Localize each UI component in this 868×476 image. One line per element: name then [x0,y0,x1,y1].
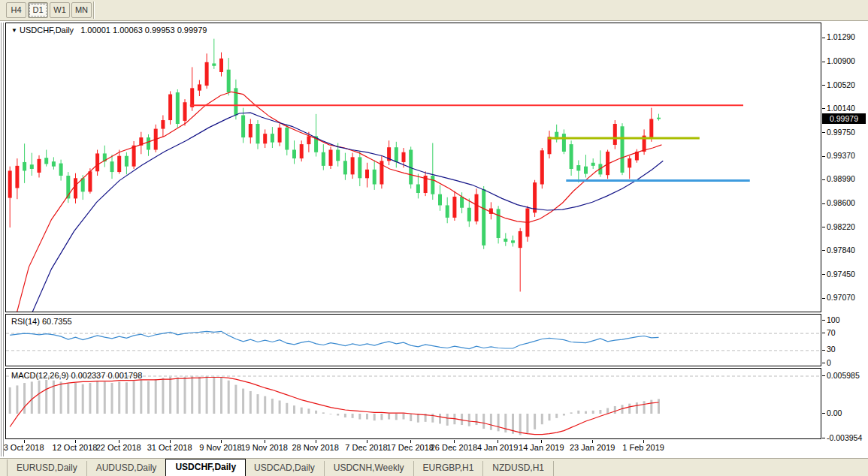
main-price-panel[interactable]: ▼ USDCHF,Daily 1.00001 1.00063 0.99953 0… [5,23,821,312]
toolbar-separator [93,2,95,19]
macd-histogram-bar [16,385,18,414]
macd-histogram-bar [111,383,113,414]
candle-body-10-05 [38,159,41,173]
date-axis-label: 28 Nov 2018 [292,443,338,452]
macd-histogram-bar [592,411,594,414]
candle-body-01-18 [570,144,573,169]
candle-body-02-04 [649,119,653,137]
macd-histogram-bar [570,412,573,414]
rsi-axis-label: 100 [827,315,840,325]
macd-histogram-bar [431,414,434,423]
macd-histogram-bar [220,378,222,414]
candle-body-01-14 [540,150,544,184]
chart-tab-NZDUSD-H1[interactable]: NZDUSD,H1 [483,461,554,476]
candle-body-10-10 [59,164,63,176]
macd-histogram-bar [606,408,609,414]
chevron-down-icon[interactable]: ▼ [11,27,17,34]
macd-histogram-bar [31,381,33,414]
price-axis-label: 1.01290 [827,32,855,42]
macd-histogram-bar [577,411,579,414]
candle-body-10-31 [168,95,172,121]
macd-histogram-bar [250,391,252,414]
date-axis-label: 7 Dec 2018 [345,443,387,452]
macd-histogram-bar [307,408,310,414]
candle-body-02-05 [657,118,661,119]
price-axis[interactable]: 0.99979 1.012901.009001.005201.001400.99… [822,23,868,440]
timeframe-button-W1[interactable]: W1 [50,2,70,18]
macd-histogram-bar [147,381,150,414]
timeframe-button-MN[interactable]: MN [71,2,92,18]
macd-signal-line [10,378,658,435]
date-axis-label: 26 Dec 2018 [431,443,477,452]
timeframe-button-H4[interactable]: H4 [6,2,26,18]
macd-histogram-bar [380,414,383,420]
macd-histogram-bar [96,381,98,414]
macd-histogram-bar [315,411,317,414]
timeframe-button-D1[interactable]: D1 [28,2,48,18]
chart-tab-AUDUSD-Daily[interactable]: AUDUSD,Daily [87,461,167,476]
candle-body-11-23 [292,150,296,159]
chart-tab-USDCHF-Daily[interactable]: USDCHF,Daily [165,459,246,476]
rsi-chart-canvas[interactable] [6,315,821,366]
date-axis-label: 22 Oct 2018 [96,443,141,452]
macd-histogram-bar [198,377,201,414]
candle-body-01-17 [562,134,566,152]
chart-tab-USDCNH-Weekly[interactable]: USDCNH,Weekly [325,461,414,476]
candle-body-11-12 [227,70,231,92]
candle-body-12-07 [365,170,369,179]
chart-tab-EURUSD-Daily[interactable]: EURUSD,Daily [8,461,87,476]
candle-body-10-09 [52,161,56,167]
macd-histogram-bar [133,381,135,414]
rsi-indicator-panel[interactable]: RSI(14) 60.7355 [5,314,821,366]
macd-histogram-bar [388,414,390,420]
candle-body-12-27 [460,197,464,208]
macd-histogram-bar [82,384,84,414]
candle-body-11-07 [205,62,209,86]
candle-body-11-06 [198,84,201,90]
candle-body-10-30 [161,120,165,129]
candle-body-10-22 [117,156,121,172]
candle-body-11-22 [285,128,289,150]
chart-tab-USDCAD-Daily[interactable]: USDCAD,Daily [245,461,325,476]
macd-indicator-panel[interactable]: MACD(12,26,9) 0.002337 0.001798 [5,368,821,439]
date-axis[interactable]: 3 Oct 201812 Oct 201822 Oct 201831 Oct 2… [5,441,821,456]
macd-histogram-bar [118,381,120,414]
macd-histogram-bar [352,414,354,418]
price-axis-label: 0.97450 [827,270,855,279]
candle-body-11-01 [176,92,180,124]
chart-tab-EURGBP-H1[interactable]: EURGBP,H1 [414,461,484,476]
candle-body-10-02 [15,166,19,188]
price-axis-tick [822,298,825,299]
macd-axis-label: 0.005985 [827,371,860,381]
macd-histogram-bar [126,382,128,414]
candle-body-11-19 [263,134,267,143]
macd-histogram-bar [417,414,419,423]
rsi-line [10,331,658,348]
chart-title: ▼ USDCHF,Daily 1.00001 1.00063 0.99953 0… [11,26,207,35]
price-axis-label: 0.97070 [827,293,855,303]
date-axis-label: 23 Jan 2019 [570,443,615,452]
rsi-axis-label: 70 [827,328,836,338]
price-axis-label: 1.00900 [827,56,855,66]
macd-histogram-bar [563,414,565,416]
price-axis-tick [822,132,825,133]
macd-histogram-bar [104,381,106,414]
price-axis-label: 0.98600 [827,198,855,208]
candle-body-12-03 [336,150,340,161]
candle-body-11-08 [212,63,216,65]
candle-body-01-21 [576,165,580,170]
candle-body-10-03 [23,162,26,171]
candle-body-10-01 [8,170,12,197]
candle-body-01-09 [519,231,522,248]
price-axis-label: 0.98220 [827,222,855,232]
window-left-edge [1,23,4,456]
date-axis-label: 19 Nov 2018 [240,443,287,452]
candle-body-12-04 [343,161,347,174]
candlestick-chart-canvas[interactable] [6,23,821,312]
candle-body-01-04 [497,209,501,238]
candle-body-10-17 [95,153,99,171]
macd-axis-tick [822,375,825,376]
candle-body-10-12 [74,178,77,198]
rsi-axis-tick [822,350,825,351]
macd-histogram-bar [504,414,507,432]
